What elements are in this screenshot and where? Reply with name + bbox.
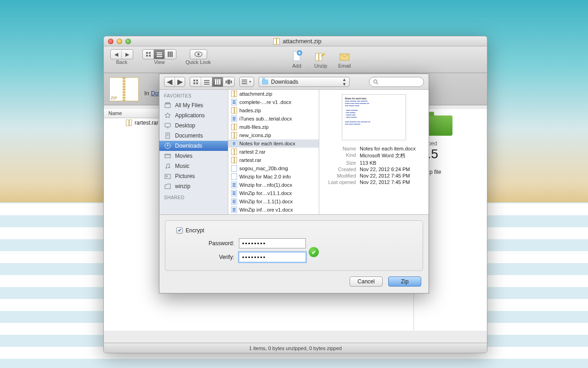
window-title: attachment.zip — [108, 38, 487, 45]
meta-val-kind: Microsoft Word 文档 — [360, 152, 423, 159]
password-match-icon: ✔ — [309, 247, 319, 257]
file-row[interactable]: attachment.zip — [228, 90, 319, 98]
file-row[interactable]: WinZip for…v11.1.docx — [228, 189, 319, 197]
view-seg[interactable] — [142, 49, 176, 59]
toolbar: ◀ ▶ Back View Quick Look Add Unzip — [104, 46, 487, 73]
file-name: attachment.zip — [239, 91, 272, 97]
pictures-icon — [164, 172, 171, 180]
add-button[interactable] — [289, 49, 304, 63]
sidebar-item-downloads[interactable]: Downloads — [159, 141, 228, 151]
sheet-forward-button[interactable]: ▶ — [175, 77, 185, 86]
file-row[interactable]: iTunes sub…terial.docx — [228, 115, 319, 123]
encrypt-checkbox[interactable] — [176, 227, 183, 234]
svg-rect-20 — [196, 82, 198, 84]
meta-val-created: Nov 22, 2012 6:24 PM — [360, 167, 423, 172]
file-row[interactable]: rartest.rar — [228, 156, 319, 164]
sheet-view-list[interactable] — [201, 77, 212, 86]
file-row[interactable]: hades.zip — [228, 106, 319, 115]
file-row[interactable]: WinZip inf…ore v1.docx — [228, 206, 319, 214]
rar-icon — [126, 120, 132, 126]
file-row[interactable]: Winzip for…nfo(1).docx — [228, 181, 319, 189]
svg-rect-6 — [157, 56, 162, 57]
svg-rect-3 — [149, 55, 151, 57]
sheet-arrange-seg[interactable]: ▼ — [239, 77, 254, 87]
svg-point-45 — [166, 167, 167, 169]
docx-icon — [231, 207, 237, 213]
sheet-back-button[interactable]: ◀ — [164, 77, 175, 86]
svg-rect-26 — [219, 79, 220, 85]
sidebar-item-winzip[interactable]: winzip — [159, 181, 228, 191]
sheet-view-icons[interactable] — [190, 77, 201, 86]
zip-icon — [231, 107, 237, 114]
sheet-view-seg[interactable] — [190, 77, 235, 87]
toolbar-email: Email — [337, 49, 352, 69]
sheet-arrange-button[interactable]: ▼ — [240, 77, 254, 86]
meta-key-created: Created — [325, 167, 356, 172]
zip-icon — [231, 132, 237, 138]
file-name: Notes for each item.docx — [239, 141, 295, 146]
titlebar[interactable]: attachment.zip — [104, 36, 487, 46]
sheet-nav[interactable]: ◀ ▶ — [164, 77, 185, 87]
file-row-selected[interactable]: Notes for each item.docx — [228, 139, 319, 148]
sidebar-item-label: Desktop — [175, 122, 195, 129]
quicklook-button[interactable] — [190, 49, 207, 59]
svg-rect-32 — [242, 83, 247, 84]
back-forward-seg[interactable]: ◀ ▶ — [110, 49, 133, 59]
file-name: rartest 2.rar — [239, 149, 266, 155]
zip-file-icon: ZIP — [109, 77, 139, 101]
directory-select[interactable]: Downloads ▲▼ — [259, 77, 350, 87]
svg-rect-4 — [157, 52, 162, 53]
email-button[interactable] — [337, 49, 352, 63]
sheet-toolbar: ◀ ▶ ▼ Downloads ▲▼ — [159, 74, 429, 90]
sidebar-item-allmyfiles[interactable]: All My Files — [159, 100, 228, 110]
sidebar-item-music[interactable]: Music — [159, 161, 228, 171]
in-prefix: In — [144, 90, 149, 97]
file-name: complete-…re v1 .docx — [239, 99, 291, 105]
toolbar-email-label: Email — [338, 63, 351, 69]
svg-rect-17 — [193, 80, 195, 81]
svg-rect-21 — [204, 80, 209, 81]
file-row[interactable]: complete-…re v1 .docx — [228, 98, 319, 106]
verify-input[interactable] — [239, 252, 306, 262]
sidebar-item-desktop[interactable]: Desktop — [159, 121, 228, 131]
cancel-button[interactable]: Cancel — [350, 276, 383, 287]
window-title-text: attachment.zip — [283, 38, 322, 45]
sheet-view-columns[interactable] — [212, 77, 223, 86]
file-row[interactable]: new_icons.zip — [228, 131, 319, 139]
sidebar-item-movies[interactable]: Movies — [159, 151, 228, 161]
forward-button[interactable]: ▶ — [122, 50, 133, 59]
toolbar-view: View — [142, 49, 176, 65]
sidebar-item-applications[interactable]: Applications — [159, 110, 228, 121]
view-icons-button[interactable] — [143, 50, 154, 59]
meta-val-modified: Nov 22, 2012 7:45 PM — [360, 173, 423, 178]
docx-icon — [231, 115, 237, 122]
sidebar-item-pictures[interactable]: Pictures — [159, 171, 228, 181]
rar-icon — [231, 157, 237, 163]
view-list-button[interactable] — [154, 50, 165, 59]
movies-icon — [164, 152, 171, 160]
file-row[interactable]: WinZip for…1.1(1).docx — [228, 197, 319, 206]
view-columns-button[interactable] — [165, 50, 176, 59]
sidebar-item-label: Movies — [175, 153, 192, 159]
password-input[interactable] — [239, 238, 306, 248]
zip-button[interactable]: Zip — [388, 276, 421, 287]
sheet-view-coverflow[interactable] — [223, 77, 234, 86]
file-row[interactable]: Winzip for Mac 2.0 info — [228, 172, 319, 181]
sidebar-item-documents[interactable]: Documents — [159, 131, 228, 141]
file-column[interactable]: attachment.zip complete-…re v1 .docx had… — [228, 90, 319, 214]
docx-icon — [231, 99, 237, 105]
chevron-down-icon: ▼ — [249, 80, 252, 83]
preview-thumbnail: Notes for each item ■■■■ ■■■■■■ ■■■ ■■■■… — [342, 94, 406, 140]
allmyfiles-icon — [164, 102, 171, 109]
search-icon — [373, 79, 379, 85]
svg-point-48 — [166, 176, 168, 177]
svg-rect-7 — [168, 52, 169, 57]
unzip-button[interactable] — [313, 49, 328, 63]
sheet-body: FAVORITES All My Files Applications Desk… — [159, 90, 429, 215]
toolbar-unzip: Unzip — [313, 49, 328, 69]
file-row[interactable]: multi-files.zip — [228, 123, 319, 131]
file-row[interactable]: sogou_mac_20b.dmg — [228, 164, 319, 172]
sheet-search[interactable] — [369, 77, 424, 87]
file-row[interactable]: rartest 2.rar — [228, 148, 319, 156]
back-button[interactable]: ◀ — [111, 50, 122, 59]
